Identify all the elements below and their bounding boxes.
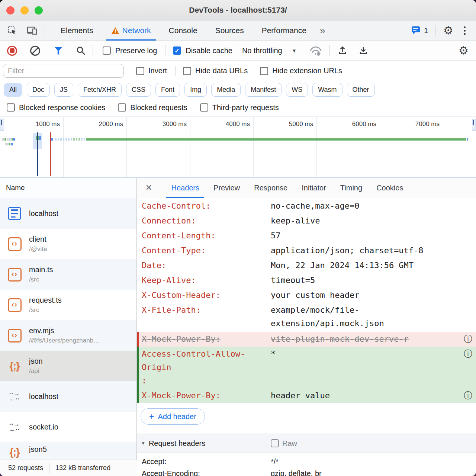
response-header-row: Date:Mon, 22 Jan 2024 14:13:56 GMT [137,259,476,272]
waterfall-bar [60,138,62,141]
detail-tab-cookies[interactable]: Cookies [369,178,410,198]
header-name: Connection: [142,214,271,228]
detail-tab-label: Cookies [376,184,403,192]
waterfall-bar [39,136,41,140]
issues-counter[interactable]: 1 [411,26,428,35]
request-path: /@vite [29,245,47,253]
detail-tab-response[interactable]: Response [247,178,295,198]
option-third-party-requests: Third-party requests [200,103,279,112]
filter-chip-fetch-xhr[interactable]: Fetch/XHR [78,83,122,97]
request-row-localhost[interactable]: ··→←··localhost [0,381,136,412]
info-icon[interactable]: ⓘ [464,333,472,345]
request-row-localhost[interactable]: localhost [0,198,136,229]
request-text: main.ts/src [29,266,53,283]
close-details-icon[interactable]: ✕ [145,183,152,193]
filter-chip-wasm[interactable]: Wasm [312,83,342,97]
separator [165,45,165,56]
request-details-panel: ✕ HeadersPreviewResponseInitiatorTimingC… [137,178,476,476]
detail-tab-preview[interactable]: Preview [206,178,247,198]
resource-type-filters: AllDocJSFetch/XHRCSSFontImgMediaManifest… [0,81,476,99]
tab-sources[interactable]: Sources [206,20,253,41]
throttling-dropdown[interactable]: No throttling ▼ [242,46,297,55]
response-header-row: X-File-Path:example/mock/file-extension/… [137,303,476,330]
option-blocked-response-cookies: Blocked response cookies [7,103,105,112]
filter-chip-css[interactable]: CSS [126,83,151,97]
overview-right-handle[interactable] [472,119,476,131]
invert-checkbox[interactable] [136,67,144,75]
response-header-row: Cache-Control:no-cache,max-age=0 [137,199,476,213]
issues-bubble-icon [411,26,421,35]
clear-network-log-icon[interactable] [30,46,40,56]
request-row-socket.io[interactable]: ··→←··socket.io [0,412,136,442]
detail-tab-headers[interactable]: Headers [164,178,206,198]
timeline-gridline [316,117,317,177]
add-header-label: Add header [158,412,196,421]
request-row-main.ts[interactable]: ‹›main.ts/src [0,259,136,290]
filter-input[interactable] [3,64,124,78]
name-column-header[interactable]: Name [0,178,136,198]
minimize-window-button[interactable] [20,6,29,15]
request-row-client[interactable]: ‹›client/@vite [0,229,136,259]
detail-tab-initiator[interactable]: Initiator [295,178,333,198]
active-tab-underline [166,197,204,198]
kebab-menu-icon[interactable] [461,25,469,36]
disclosure-triangle-icon: ▼ [141,441,145,446]
separator [329,45,330,56]
export-har-icon[interactable] [358,45,369,56]
more-tabs-chevron-icon[interactable]: » [315,25,329,36]
request-path: /api [29,367,43,375]
filter-chip-js[interactable]: JS [54,83,73,97]
filter-chip-img[interactable]: Img [184,83,207,97]
checkbox[interactable] [118,103,126,112]
record-network-log-button[interactable] [7,46,17,56]
import-har-icon[interactable] [337,45,348,56]
network-conditions-icon[interactable] [308,45,324,57]
json-icon: {;} [7,445,22,459]
hide-extension-urls-checkbox[interactable] [260,67,268,75]
waterfall-bar [12,138,13,141]
filter-chip-doc[interactable]: Doc [27,83,50,97]
filter-chip-other[interactable]: Other [347,83,375,97]
request-row-json[interactable]: {;}json/api [0,351,136,381]
overview-left-handle[interactable] [0,119,4,131]
filter-chip-all[interactable]: All [4,83,22,97]
filter-chip-media[interactable]: Media [211,83,241,97]
preserve-log-checkbox[interactable] [103,46,111,55]
request-path: /src [29,306,62,314]
search-icon[interactable] [76,46,86,56]
settings-gear-icon[interactable]: ⚙ [443,25,453,36]
filter-chip-manifest[interactable]: Manifest [245,83,282,97]
network-settings-gear-icon[interactable]: ⚙ [459,45,469,56]
filter-chip-font[interactable]: Font [155,83,180,97]
zoom-window-button[interactable] [35,6,43,15]
header-name: X-Mock-Power-By: [142,389,271,402]
tab-elements[interactable]: Elements [52,20,102,41]
dropdown-arrow-icon: ▼ [292,48,297,54]
filter-chip-ws[interactable]: WS [286,83,308,97]
hide-data-urls-checkbox[interactable] [183,67,191,75]
filter-funnel-icon[interactable] [54,47,62,55]
raw-checkbox[interactable] [271,439,279,447]
device-toolbar-icon[interactable] [27,26,38,35]
info-icon[interactable]: ⓘ [464,348,472,360]
detail-tab-label: Timing [340,184,362,192]
close-window-button[interactable] [6,6,15,15]
tab-console[interactable]: Console [160,20,206,41]
network-overview-timeline[interactable]: 1000 ms2000 ms3000 ms4000 ms5000 ms6000 … [0,116,476,178]
add-header-button[interactable]: + Add header [141,408,205,425]
tab-performance[interactable]: Performance [253,20,315,41]
request-row-json5[interactable]: {;}json5 [0,442,136,460]
request-row-request.ts[interactable]: ‹›request.ts/src [0,290,136,320]
header-value: * [271,347,276,387]
disable-cache-checkbox[interactable]: ✓ [173,46,181,55]
checkbox[interactable] [7,103,15,112]
detail-tab-timing[interactable]: Timing [333,178,369,198]
timeline-gridline [190,117,190,177]
request-row-env.mjs[interactable]: ‹›env.mjs/@fs/Users/pengzhanb… [0,320,136,351]
inspect-element-icon[interactable] [7,26,17,35]
response-header-row: Access-Control-Allow-Origin:*ⓘ [137,347,476,388]
info-icon[interactable]: ⓘ [464,390,472,401]
checkbox[interactable] [200,103,208,112]
tab-network[interactable]: Network [102,20,160,41]
request-headers-section[interactable]: ▼ Request headers Raw [137,434,476,453]
